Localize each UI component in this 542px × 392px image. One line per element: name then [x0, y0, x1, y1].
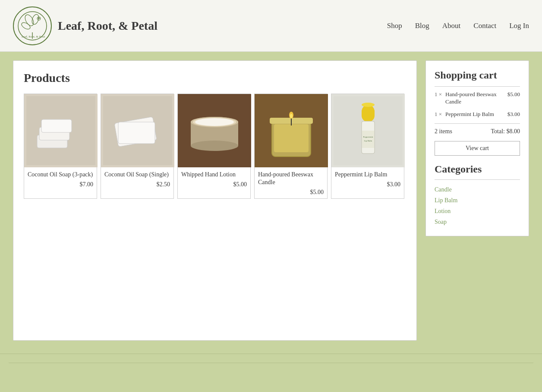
product-price-soap-3pack: $7.00 — [28, 181, 93, 188]
category-lotion[interactable]: Lotion — [435, 206, 520, 216]
sidebar: Shopping cart 1 × Hand-poured Beeswax Ca… — [425, 60, 529, 236]
lip-balm-illustration: Peppermint Lip Balm — [334, 96, 403, 165]
svg-point-3 — [20, 21, 31, 30]
svg-text:Leaf, Root, & Petal: Leaf, Root, & Petal — [22, 35, 45, 38]
product-card-whipped-hand-lotion[interactable]: Whipped Hand Lotion $5.00 — [177, 94, 251, 199]
product-image-soap-single — [101, 94, 174, 167]
cart-divider — [435, 86, 520, 87]
product-card-coconut-oil-soap-3pack[interactable]: Coconut Oil Soap (3-pack) $7.00 — [24, 94, 97, 199]
cart-item-lip-balm: 1 × Peppermint Lip Balm $3.00 — [435, 111, 520, 118]
cart-item-candle-price: $5.00 — [507, 91, 520, 98]
product-image-lip-balm: Peppermint Lip Balm — [331, 94, 405, 167]
soap-3pack-illustration — [26, 96, 95, 165]
category-candle[interactable]: Candle — [435, 184, 520, 195]
nav-contact[interactable]: Contact — [473, 22, 496, 30]
nav-shop[interactable]: Shop — [387, 22, 402, 30]
lotion-illustration — [180, 96, 249, 165]
category-soap[interactable]: Soap — [435, 216, 520, 227]
product-info-candle: Hand-poured Beeswax Candle $5.00 — [255, 167, 327, 198]
candle-illustration — [257, 96, 326, 165]
products-panel: Products Coconut Oil Soap (3-pack) $7.00 — [13, 60, 417, 341]
nav-about[interactable]: About — [442, 22, 461, 30]
product-name-soap-single: Coconut Oil Soap (Single) — [104, 171, 170, 179]
cart-total-divider — [435, 123, 520, 124]
product-image-lotion — [178, 94, 251, 167]
product-info-soap-single: Coconut Oil Soap (Single) $2.50 — [101, 167, 173, 191]
svg-text:Peppermint: Peppermint — [363, 136, 373, 138]
cart-summary: 2 items Total: $8.00 — [435, 128, 520, 135]
cart-item-lip-balm-name: Peppermint Lip Balm — [445, 111, 494, 118]
product-name-lotion: Whipped Hand Lotion — [181, 171, 247, 179]
product-info-lip-balm: Peppermint Lip Balm $3.00 — [331, 167, 404, 191]
svg-rect-17 — [118, 122, 155, 144]
svg-text:Lip Balm: Lip Balm — [364, 140, 372, 142]
nav-login[interactable]: Log In — [509, 22, 529, 30]
svg-point-2 — [31, 13, 40, 25]
product-info-lotion: Whipped Hand Lotion $5.00 — [178, 167, 250, 191]
product-price-candle: $5.00 — [258, 189, 324, 196]
logo-area: Leaf, Root, & Petal Leaf, Root, & Petal — [13, 6, 387, 45]
site-footer — [0, 354, 542, 372]
cart-item-lip-balm-qty: 1 × — [435, 111, 442, 118]
products-title: Products — [24, 71, 406, 85]
main-nav: Shop Blog About Contact Log In — [387, 22, 529, 30]
product-image-soap-3pack — [24, 94, 98, 167]
logo-icon: Leaf, Root, & Petal — [17, 11, 47, 41]
nav-blog[interactable]: Blog — [415, 22, 429, 30]
categories-divider — [435, 179, 520, 180]
main-content: Products Coconut Oil Soap (3-pack) $7.00 — [0, 52, 542, 349]
cart-item-lip-balm-left: 1 × Peppermint Lip Balm — [435, 111, 494, 118]
product-price-soap-single: $2.50 — [104, 181, 170, 188]
svg-rect-14 — [41, 119, 72, 132]
cart-item-candle: 1 × Hand-poured Beeswax Candle $5.00 — [435, 91, 520, 106]
cart-total: Total: $8.00 — [491, 128, 520, 135]
view-cart-button[interactable]: View cart — [435, 141, 520, 156]
category-lip-balm[interactable]: Lip Balm — [435, 195, 520, 206]
cart-title: Shopping cart — [435, 69, 520, 81]
product-card-coconut-oil-soap-single[interactable]: Coconut Oil Soap (Single) $2.50 — [101, 94, 174, 199]
site-logo: Leaf, Root, & Petal — [13, 6, 52, 45]
svg-point-21 — [191, 141, 238, 151]
cart-item-count: 2 items — [435, 128, 452, 135]
product-name-soap-3pack: Coconut Oil Soap (3-pack) — [28, 171, 93, 179]
product-price-lotion: $5.00 — [181, 181, 247, 188]
product-info-soap-3pack: Coconut Oil Soap (3-pack) $7.00 — [24, 167, 97, 191]
svg-point-32 — [290, 114, 293, 118]
svg-rect-38 — [362, 131, 374, 148]
site-title: Leaf, Root, & Petal — [58, 19, 158, 33]
product-name-lip-balm: Peppermint Lip Balm — [335, 171, 400, 179]
cart-item-candle-name: Hand-poured Beeswax Candle — [445, 91, 507, 106]
soap-single-illustration — [103, 96, 172, 165]
svg-point-24 — [195, 118, 234, 126]
cart-item-candle-left: 1 × Hand-poured Beeswax Candle — [435, 91, 507, 106]
product-name-candle: Hand-poured Beeswax Candle — [258, 171, 324, 186]
product-price-lip-balm: $3.00 — [335, 181, 400, 188]
cart-item-candle-qty: 1 × — [435, 91, 442, 106]
categories-title: Categories — [435, 163, 520, 175]
product-image-candle — [255, 94, 328, 167]
product-card-lip-balm[interactable]: Peppermint Lip Balm Peppermint Lip Balm … — [331, 94, 404, 199]
cart-item-lip-balm-price: $3.00 — [507, 111, 520, 118]
site-header: Leaf, Root, & Petal Leaf, Root, & Petal … — [0, 0, 542, 52]
footer-divider — [9, 363, 533, 363]
product-card-beeswax-candle[interactable]: Hand-poured Beeswax Candle $5.00 — [254, 94, 328, 199]
svg-rect-34 — [362, 105, 375, 122]
products-grid: Coconut Oil Soap (3-pack) $7.00 Coconut … — [24, 94, 406, 199]
svg-point-35 — [362, 103, 375, 107]
sidebar-box: Shopping cart 1 × Hand-poured Beeswax Ca… — [425, 60, 529, 236]
svg-rect-29 — [274, 124, 309, 152]
